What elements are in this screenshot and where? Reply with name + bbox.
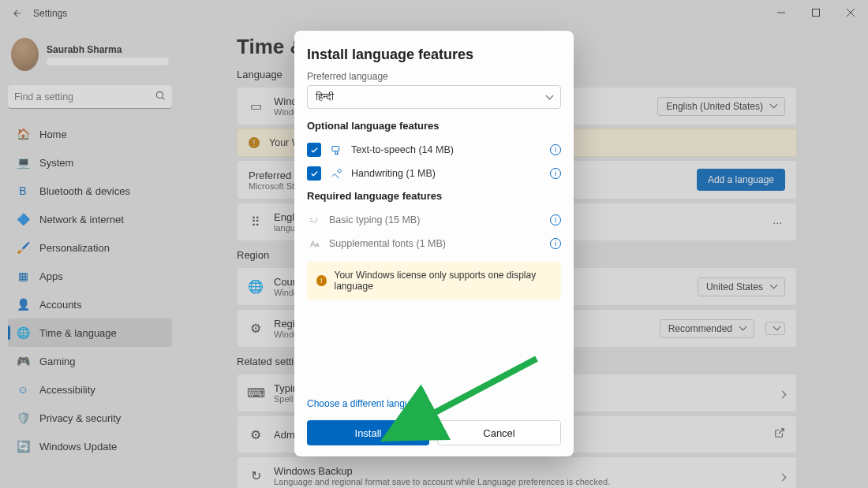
dialog-title: Install language features — [307, 47, 561, 63]
feature-handwriting[interactable]: Handwriting (1 MB) i — [307, 162, 561, 185]
typing-icon — [307, 214, 321, 226]
install-language-dialog: Install language features Preferred lang… — [294, 31, 574, 456]
checkbox-checked[interactable] — [307, 166, 321, 181]
chevron-down-icon — [544, 91, 552, 102]
cancel-button[interactable]: Cancel — [437, 420, 561, 445]
info-icon[interactable]: i — [550, 238, 561, 249]
info-icon[interactable]: i — [550, 214, 561, 225]
dialog-warning-banner: ! Your Windows license only supports one… — [307, 262, 561, 300]
checkbox-checked[interactable] — [307, 143, 321, 157]
optional-features-label: Optional language features — [307, 120, 561, 132]
feature-basic-typing: Basic typing (15 MB) i — [307, 208, 561, 232]
warning-icon: ! — [316, 275, 327, 286]
fonts-icon — [307, 238, 321, 250]
choose-different-language-link[interactable]: Choose a different language — [307, 398, 426, 409]
install-button[interactable]: Install — [307, 420, 429, 445]
info-icon[interactable]: i — [550, 144, 561, 155]
preferred-language-select[interactable]: हिन्दी — [307, 85, 561, 109]
svg-rect-2 — [331, 146, 339, 151]
speech-icon — [329, 144, 343, 156]
info-icon[interactable]: i — [550, 168, 561, 179]
feature-text-to-speech[interactable]: Text-to-speech (14 MB) i — [307, 138, 561, 162]
handwriting-icon — [329, 168, 343, 180]
required-features-label: Required language features — [307, 190, 561, 202]
preferred-language-label: Preferred language — [307, 71, 561, 82]
feature-supplemental-fonts: Supplemental fonts (1 MB) i — [307, 232, 561, 255]
